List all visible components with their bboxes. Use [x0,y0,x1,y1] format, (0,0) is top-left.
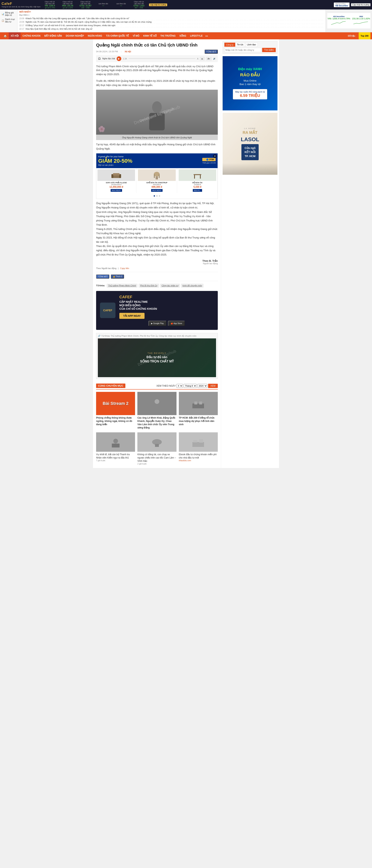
nav-dulieu[interactable]: Dữ liệu [346,32,357,39]
article-body-5: Tháng 6-2020, Thủ tướng Chính phủ ra quy… [96,227,218,236]
nav-song[interactable]: SỐNG [178,32,188,39]
app-icon: CAFEF [100,303,116,318]
month-select[interactable]: Tháng 8Tháng 7 [184,384,197,388]
facebook-share-button[interactable]: f Chia sẻ 0 [205,50,218,54]
main-navigation: 🏠 XÃ HỘI CHỨNG KHOÁN BẤT ĐỘNG SẢN DOANH … [0,32,372,39]
tab-news[interactable]: Tin tức [235,42,245,47]
stock-custom2[interactable]: can theo doi — [113,3,129,7]
nav-vimo[interactable]: VĨ MÔ [131,32,141,39]
related-link-section: 🔗 Từ Khóa: Thủ tướng Phạm Minh Chính, Ph… [96,333,218,379]
stock-search-button[interactable]: Tìm kiếm [262,48,276,52]
stock-search-widget: Công ty Tin tức Lãnh đạo Tìm kiếm [223,41,277,54]
sidebar-ad-la-home[interactable]: LA HOME RA MẮT LASOL Cửa ngõKẾT NỐITP. H… [223,113,277,175]
nav-top200[interactable]: Top 200 [359,32,370,39]
article-image-caption: Ông Nguyễn Hoàng Giang chính thức là Chủ… [122,136,192,139]
jysk-chair-buy-button[interactable]: MUA NGAY [151,189,162,192]
related-bottom-1-time: 7 giờ trước [96,460,135,462]
jysk-sofa-old-price: 24,000,000 đ [97,184,135,186]
stock-gt02: Chọn mã CK cần theo dõi GT02: 16,387 199… [78,1,93,9]
like-button[interactable]: 👍 Thích 0 [111,275,124,279]
tag-2[interactable]: Phó Bí thư tỉnh ủy [139,284,159,287]
year-select[interactable]: 20242023 [197,384,207,388]
jysk-table-name: BỘ BÀN ĂN [179,182,216,184]
sidebar-portfolio-link[interactable]: 📋 Danh mục đầu tư [1,17,16,24]
audio-play-button[interactable]: ▶ [117,56,121,61]
stock-vnindex: Chọn mã CK cần theo dõi VNI: 1256.4 ▲9.6… [42,1,58,9]
jysk-table-buy-button[interactable]: MUA N... [193,189,202,192]
second-ad-image[interactable]: Developed by Digihub THE BEVERLY Đầu tư … [98,338,216,377]
tag-3[interactable]: Công tác nhân sự [160,284,180,287]
related-item-1[interactable]: Bài Stream 2 Phòng chống thông không đượ… [96,392,135,429]
add-stock-button[interactable]: Cập nhật thị trường [149,3,167,6]
nav-more-dots[interactable]: ••• [205,34,209,37]
related-item-2[interactable]: Các ông Lê Minh Khái, Đặng Quốc Khánh, N… [137,392,176,429]
share-row: f Chia sẻ 0 👍 Thích 0 [96,275,218,279]
nav-lifestyle[interactable]: LIFESTYLE [188,32,205,39]
svg-point-14 [155,399,159,404]
nav-doanhnghiep[interactable]: DOANH NGHIỆP [64,32,86,39]
related-bottom-1-image [96,432,135,452]
facebook-share-button-2[interactable]: f Chia sẻ 0 [96,275,109,279]
news-item-1[interactable]: 23:09 Khách Tây thử đặc sản Hạ Long đặt … [19,17,323,20]
apple-icon: 🍎 [171,322,173,324]
related-bottom-1[interactable]: Vụ khởi tố, bắt cán bộ Thanh tra Nhân vi… [96,432,135,465]
logo: CafeF Trang tin tức kinh tế, tài chính h… [2,2,40,8]
sidebar-stock-link[interactable]: 📊 Bảng giá điện tử [1,11,16,17]
article-category[interactable]: Xã hội [125,50,131,53]
tab-company[interactable]: Công ty [224,42,235,47]
app-slogan: CẬP NHẬT REALTIMEMỌI BIẾN ĐỘNGCỦA CHỈ SỐ… [119,300,214,311]
nav-nganhang[interactable]: NGÂN HÀNG [86,32,104,39]
tag-4[interactable]: trình độ chuyên môn [181,284,204,287]
nav-xahoi[interactable]: XÃ HỘI [9,32,21,39]
floral-decoration: 🌸 [98,126,105,132]
article-body-4: Quá trình công tác, ông Nguyễn Hoàng Gia… [96,210,218,227]
sidebar-ad-dien-may-xanh[interactable]: Điện máy XANH RÁO ĐẦU Mua OnlineBao 1 nă… [223,56,277,111]
article-body-1: Trước đó, HĐND tỉnh Quảng Ngãi khóa XIII… [96,79,218,87]
stock-custom1[interactable]: can theo doi — [95,3,111,7]
nav-batdongsan[interactable]: BẤT ĐỘNG SẢN [42,32,64,39]
read-more-link[interactable]: Đọc thêm » [19,14,323,16]
update-market-btn[interactable]: Cập nhật thị trường [351,3,370,6]
related-item-1-image: Bài Stream 2 [96,392,135,415]
related-bottom-3-image [179,432,218,452]
related-item-3[interactable]: TP HCM: Bắt 200 tỉ đồng tổ chức mua lượn… [179,392,218,429]
related-bottom-2-title: Không có bằng lái, con chạy xe ngược chi… [137,453,176,463]
svg-rect-7 [156,177,157,179]
tab-leader[interactable]: Lãnh đạo [245,42,258,47]
related-section: CÙNG CHUYÊN MỤC XEM THEO NGÀY 4321 Tháng… [96,383,218,465]
text-size-small-button[interactable]: a- [200,57,205,60]
nav-taichinhquocte[interactable]: TÀI CHÍNH QUỐC TẾ [104,32,131,39]
jysk-sofa-buy-button[interactable]: MUA NGAY [111,189,122,192]
article-date: 04-08-2024 | 19:39 PM [96,50,118,53]
copy-link-button[interactable]: Cọpy liên [120,267,129,270]
nav-home[interactable]: 🏠 [2,32,9,39]
font-size-label: A [197,58,198,60]
nav-thitruong[interactable]: THỊ TRƯỜNG [158,32,178,39]
text-size-large-button[interactable]: A+ [206,57,212,60]
download-app-button[interactable]: TẢI APP NGAY [119,313,145,319]
article-source-section: Theo Người lao động | Cọpy liên [96,267,218,270]
news-item-3[interactable]: 22:17 8 Bằng "phục kích" cơ sở mãi hinh … [19,24,323,27]
stock-search-input[interactable] [224,48,261,52]
jysk-sofa-image [97,169,135,181]
nav-chungkhoan[interactable]: CHỨNG KHOÁN [21,32,42,39]
google-play-button[interactable]: ▶ Google Play [148,321,166,326]
app-store-button[interactable]: 🍎 App Store [168,321,185,326]
news-item-4[interactable]: 22:17 Hoa hậu Quế Anh đặp trả vòng vo, k… [19,27,323,31]
svg-rect-28 [193,440,197,442]
jysk-table-image [179,169,216,181]
nav-kinhte[interactable]: KINH TẾ SỐ [141,32,158,39]
jysk-table-new-price: 5,430 đ [179,186,216,188]
related-bottom-3-title: Ebook đầu tư chứng khoán miễn phí cho nh… [179,453,218,460]
svg-rect-11 [193,174,201,175]
tag-1[interactable]: Thủ tướng Phạm Minh Chính [107,284,137,287]
related-bottom-3[interactable]: Ebook đầu tư chứng khoán miễn phí cho nh… [179,432,218,465]
sidebar: Công ty Tin tức Lãnh đạo Tìm kiếm Điện m… [221,39,279,468]
svg-rect-19 [199,402,202,404]
related-bottom-2[interactable]: Không có bằng lái, con chạy xe ngược chi… [137,432,176,465]
see-more-button[interactable]: XEM [208,384,218,388]
news-item-2[interactable]: 23:09 Nghiên cứu 75 năm của Harvard tiết… [19,20,323,24]
day-select[interactable]: 4321 [177,384,183,388]
jysk-product-2: GHẾ BÀN ĂN JONSTRUP 999,000 đ 699,300 đ … [137,168,177,193]
date-selector: XEM THEO NGÀY 4321 Tháng 8Tháng 7 202420… [156,384,218,388]
